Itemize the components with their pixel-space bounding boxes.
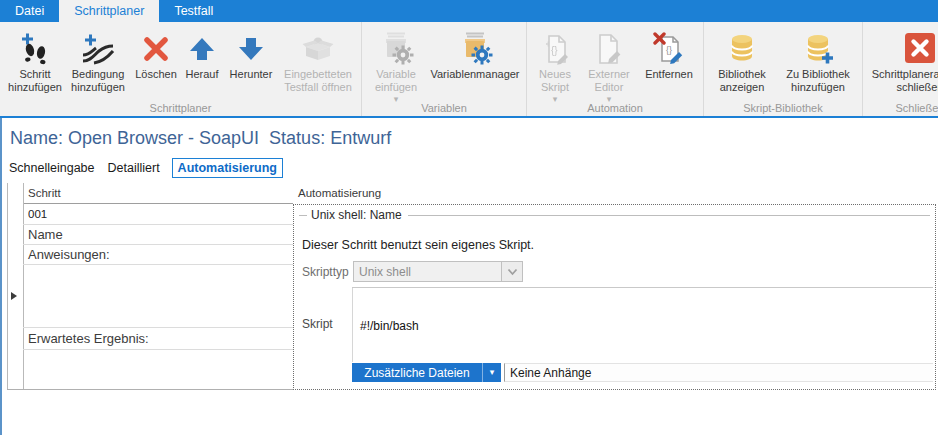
schritt-column: 001 Name Anweisungen: Erwartetes Ergebni… <box>23 204 293 390</box>
automation-panel: Unix shell: Name Dieser Schritt benutzt … <box>293 204 936 390</box>
script-type-select: Unix shell <box>353 261 523 282</box>
add-condition-tracks-icon <box>81 26 115 68</box>
button-label: Zu Bibliothek <box>786 68 850 80</box>
ribbon: Schritthinzufügen Bedingunghinzufügen <box>0 22 938 118</box>
ribbon-group-variablen: Variableeinfügen ▾ Variablenmanager Var <box>362 22 527 116</box>
tab-automatisierung[interactable]: Automatisierung <box>172 158 283 178</box>
dropdown-caret-icon[interactable]: ▾ <box>482 363 501 382</box>
insert-variable-icon <box>378 26 414 68</box>
button-label: Bibliothek <box>718 68 766 80</box>
button-label: Variablenmanager <box>430 68 519 80</box>
script-type-label: Skripttyp <box>302 265 353 279</box>
step-row-erwartetes-ergebnis-value[interactable] <box>23 350 293 390</box>
ribbon-tab-schrittplaner[interactable]: Schrittplaner <box>59 0 159 22</box>
ribbon-group-label: Schrittplaner <box>0 102 361 114</box>
additional-files-button[interactable]: Zusätzliche Dateien ▾ <box>352 363 501 382</box>
button-label: Bedingung <box>72 68 125 80</box>
move-up-button[interactable]: Herauf <box>180 25 224 81</box>
button-label: Schritt <box>19 68 50 80</box>
page-title: Name: Open Browser - SoapUI Status: Entw… <box>10 128 391 149</box>
script-editor[interactable]: #!/bin/bash # Sample bash script echo "s… <box>352 288 933 362</box>
svg-text:{}: {} <box>666 45 672 55</box>
add-to-library-button[interactable]: Zu Bibliothekhinzufügen <box>777 25 859 93</box>
insert-variable-button: Variableeinfügen ▾ <box>365 25 427 103</box>
attachments-field[interactable]: Keine Anhänge <box>504 363 933 382</box>
chevron-down-icon <box>501 262 522 281</box>
additional-files-label: Zusätzliche Dateien <box>352 366 482 380</box>
row-selector-gutter <box>7 204 23 390</box>
svg-text:{}: {} <box>551 45 558 56</box>
ribbon-group-schrittplaner: Schritthinzufügen Bedingunghinzufügen <box>0 22 362 116</box>
ribbon-group-skript-bibliothek: Bibliothekanzeigen Zu Bibliothekhinzufüg… <box>704 22 863 116</box>
attachments-row: Zusätzliche Dateien ▾ Keine Anhänge <box>352 363 933 382</box>
external-editor-icon <box>592 26 626 68</box>
ribbon-group-label: Automation <box>527 102 703 114</box>
add-step-button[interactable]: Schritthinzufügen <box>6 25 64 93</box>
button-label: Herunter <box>230 68 273 80</box>
column-header-automatisierung[interactable]: Automatisierung <box>293 183 936 204</box>
step-row-name[interactable]: Name <box>23 225 293 245</box>
ribbon-group-automation: {} NeuesSkript ▾ ExternerEditor ▾ <box>527 22 704 116</box>
app-window: Datei Schrittplaner Testfall <box>0 0 938 435</box>
open-embedded-testcase-button: EingebettetenTestfall öffnen <box>278 25 358 93</box>
tab-schnelleingabe[interactable]: Schnelleingabe <box>8 158 96 178</box>
variable-manager-icon <box>457 26 493 68</box>
grid-corner-cell <box>7 183 23 204</box>
script-groupbox-legend: Unix shell: Name <box>299 208 930 222</box>
ribbon-tab-datei[interactable]: Datei <box>0 0 59 22</box>
script-type-row: Skripttyp Unix shell <box>302 261 523 282</box>
remove-script-button[interactable]: {} Entfernen <box>638 25 700 81</box>
ribbon-tab-testfall[interactable]: Testfall <box>159 0 228 22</box>
tab-detailliert[interactable]: Detailliert <box>107 158 161 178</box>
step-row-erwartetes-ergebnis[interactable]: Erwartetes Ergebnis: <box>23 328 293 350</box>
button-label: Herauf <box>185 68 218 80</box>
new-script-icon: {} <box>538 26 572 68</box>
button-label: Entfernen <box>645 68 693 80</box>
external-editor-button: ExternerEditor ▾ <box>580 25 638 103</box>
step-row-anweisungen[interactable]: Anweisungen: <box>23 245 293 265</box>
new-script-button: {} NeuesSkript ▾ <box>530 25 580 103</box>
add-step-footprints-icon <box>18 26 52 68</box>
open-embedded-testcase-icon <box>301 26 335 68</box>
add-condition-button[interactable]: Bedingunghinzufügen <box>64 25 132 93</box>
remove-script-icon: {} <box>652 26 686 68</box>
current-row-marker-icon <box>11 292 17 300</box>
ribbon-group-label: Variablen <box>362 102 526 114</box>
delete-button[interactable]: Löschen <box>132 25 180 81</box>
show-library-icon <box>724 26 760 68</box>
step-row-anweisungen-value[interactable] <box>23 265 293 328</box>
script-line: #!/bin/bash <box>360 319 933 333</box>
close-view-icon <box>902 26 938 68</box>
button-label: Schrittplaneransicht <box>872 68 938 80</box>
move-up-arrow-icon <box>185 26 219 68</box>
groupbox-title: Unix shell: Name <box>307 208 408 222</box>
script-line <box>360 403 933 417</box>
button-label: Neues <box>539 68 571 80</box>
view-tab-bar: Schnelleingabe Detailliert Automatisieru… <box>8 158 283 178</box>
ribbon-group-schliessen: Schrittplaneransichtschließen Schließen <box>863 22 938 116</box>
ribbon-group-label: Skript-Bibliothek <box>704 102 862 114</box>
button-label: Löschen <box>135 68 177 80</box>
button-label: Externer <box>588 68 630 80</box>
step-row-number[interactable]: 001 <box>23 204 293 225</box>
script-description: Dieser Schritt benutzt sein eigenes Skri… <box>302 238 534 252</box>
move-down-arrow-icon <box>234 26 268 68</box>
button-label: Variable <box>376 68 416 80</box>
add-to-library-icon <box>800 26 836 68</box>
grid-header: Schritt Automatisierung <box>7 183 936 204</box>
delete-x-icon <box>139 26 173 68</box>
move-down-button[interactable]: Herunter <box>224 25 278 81</box>
close-view-button[interactable]: Schrittplaneransichtschließen <box>866 25 938 93</box>
variable-manager-button[interactable]: Variablenmanager <box>427 25 523 81</box>
show-library-button[interactable]: Bibliothekanzeigen <box>707 25 777 93</box>
window-left-border <box>0 118 2 435</box>
ribbon-group-label: Schließen <box>863 102 938 114</box>
column-header-schritt[interactable]: Schritt <box>23 183 293 204</box>
script-label: Skript <box>302 317 333 331</box>
button-label: Eingebetteten <box>284 68 352 80</box>
script-type-value: Unix shell <box>354 265 501 279</box>
ribbon-tab-bar: Datei Schrittplaner Testfall <box>0 0 938 22</box>
